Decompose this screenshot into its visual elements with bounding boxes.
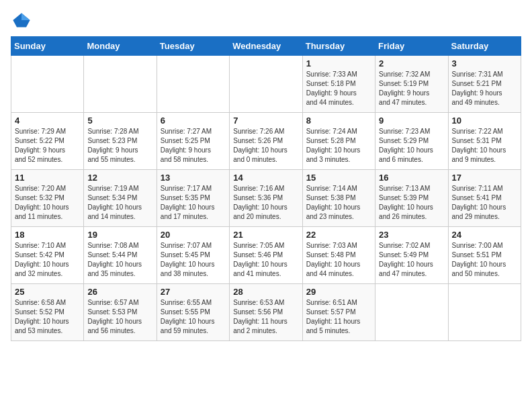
column-header-monday: Monday (84, 37, 157, 56)
day-number: 22 (306, 230, 371, 240)
calendar-week-row: 1Sunrise: 7:33 AM Sunset: 5:18 PM Daylig… (11, 56, 521, 113)
calendar-header-row: SundayMondayTuesdayWednesdayThursdayFrid… (11, 37, 521, 56)
column-header-sunday: Sunday (11, 37, 84, 56)
calendar-cell (11, 56, 84, 113)
day-number: 25 (15, 287, 80, 297)
day-detail: Sunrise: 7:13 AM Sunset: 5:39 PM Dayligh… (379, 184, 444, 222)
calendar-cell: 3Sunrise: 7:31 AM Sunset: 5:21 PM Daylig… (448, 56, 521, 113)
column-header-wednesday: Wednesday (230, 37, 302, 56)
column-header-friday: Friday (375, 37, 448, 56)
day-detail: Sunrise: 7:20 AM Sunset: 5:32 PM Dayligh… (15, 184, 80, 222)
calendar-cell: 17Sunrise: 7:11 AM Sunset: 5:41 PM Dayli… (448, 170, 521, 227)
calendar-week-row: 25Sunrise: 6:58 AM Sunset: 5:52 PM Dayli… (11, 284, 521, 341)
day-detail: Sunrise: 6:57 AM Sunset: 5:53 PM Dayligh… (87, 298, 152, 336)
calendar-cell: 8Sunrise: 7:24 AM Sunset: 5:28 PM Daylig… (302, 113, 375, 170)
day-detail: Sunrise: 6:51 AM Sunset: 5:57 PM Dayligh… (306, 298, 371, 336)
calendar-cell: 14Sunrise: 7:16 AM Sunset: 5:36 PM Dayli… (230, 170, 302, 227)
day-detail: Sunrise: 7:05 AM Sunset: 5:46 PM Dayligh… (233, 241, 298, 279)
calendar-cell: 18Sunrise: 7:10 AM Sunset: 5:42 PM Dayli… (11, 227, 84, 284)
day-detail: Sunrise: 7:02 AM Sunset: 5:49 PM Dayligh… (379, 241, 444, 279)
day-detail: Sunrise: 7:07 AM Sunset: 5:45 PM Dayligh… (161, 241, 226, 279)
day-number: 5 (87, 116, 152, 126)
calendar-cell (230, 56, 302, 113)
day-number: 18 (15, 230, 80, 240)
calendar-cell: 10Sunrise: 7:22 AM Sunset: 5:31 PM Dayli… (448, 113, 521, 170)
day-detail: Sunrise: 6:58 AM Sunset: 5:52 PM Dayligh… (15, 298, 80, 336)
day-number: 11 (15, 173, 80, 183)
calendar-cell: 7Sunrise: 7:26 AM Sunset: 5:26 PM Daylig… (230, 113, 302, 170)
logo (11, 11, 32, 30)
calendar-cell (448, 284, 521, 341)
day-detail: Sunrise: 7:16 AM Sunset: 5:36 PM Dayligh… (233, 184, 298, 222)
day-number: 26 (87, 287, 152, 297)
day-detail: Sunrise: 7:22 AM Sunset: 5:31 PM Dayligh… (452, 127, 517, 165)
day-number: 12 (87, 173, 152, 183)
calendar-cell (157, 56, 229, 113)
day-detail: Sunrise: 7:31 AM Sunset: 5:21 PM Dayligh… (452, 70, 517, 107)
calendar-cell: 11Sunrise: 7:20 AM Sunset: 5:32 PM Dayli… (11, 170, 84, 227)
day-number: 13 (161, 173, 226, 183)
calendar-cell: 4Sunrise: 7:29 AM Sunset: 5:22 PM Daylig… (11, 113, 84, 170)
calendar-cell: 19Sunrise: 7:08 AM Sunset: 5:44 PM Dayli… (84, 227, 157, 284)
calendar-cell: 13Sunrise: 7:17 AM Sunset: 5:35 PM Dayli… (157, 170, 229, 227)
calendar-cell: 16Sunrise: 7:13 AM Sunset: 5:39 PM Dayli… (375, 170, 448, 227)
calendar-cell: 6Sunrise: 7:27 AM Sunset: 5:25 PM Daylig… (157, 113, 229, 170)
day-detail: Sunrise: 7:03 AM Sunset: 5:48 PM Dayligh… (306, 241, 371, 279)
day-number: 23 (379, 230, 444, 240)
column-header-saturday: Saturday (448, 37, 521, 56)
calendar-cell: 28Sunrise: 6:53 AM Sunset: 5:56 PM Dayli… (230, 284, 302, 341)
day-number: 27 (161, 287, 226, 297)
calendar-cell: 15Sunrise: 7:14 AM Sunset: 5:38 PM Dayli… (302, 170, 375, 227)
calendar-table: SundayMondayTuesdayWednesdayThursdayFrid… (11, 36, 521, 341)
page-header (11, 11, 521, 30)
day-number: 1 (306, 58, 371, 68)
day-detail: Sunrise: 7:14 AM Sunset: 5:38 PM Dayligh… (306, 184, 371, 222)
calendar-cell: 1Sunrise: 7:33 AM Sunset: 5:18 PM Daylig… (302, 56, 375, 113)
calendar-cell: 27Sunrise: 6:55 AM Sunset: 5:55 PM Dayli… (157, 284, 229, 341)
calendar-cell: 12Sunrise: 7:19 AM Sunset: 5:34 PM Dayli… (84, 170, 157, 227)
day-detail: Sunrise: 7:29 AM Sunset: 5:22 PM Dayligh… (15, 127, 80, 165)
day-detail: Sunrise: 7:19 AM Sunset: 5:34 PM Dayligh… (87, 184, 152, 222)
calendar-cell: 21Sunrise: 7:05 AM Sunset: 5:46 PM Dayli… (230, 227, 302, 284)
day-number: 28 (233, 287, 298, 297)
day-number: 16 (379, 173, 444, 183)
day-detail: Sunrise: 7:10 AM Sunset: 5:42 PM Dayligh… (15, 241, 80, 279)
day-number: 3 (452, 58, 517, 68)
day-number: 7 (233, 116, 298, 126)
calendar-week-row: 18Sunrise: 7:10 AM Sunset: 5:42 PM Dayli… (11, 227, 521, 284)
calendar-cell: 20Sunrise: 7:07 AM Sunset: 5:45 PM Dayli… (157, 227, 229, 284)
day-detail: Sunrise: 7:17 AM Sunset: 5:35 PM Dayligh… (161, 184, 226, 222)
day-detail: Sunrise: 7:24 AM Sunset: 5:28 PM Dayligh… (306, 127, 371, 165)
day-detail: Sunrise: 7:00 AM Sunset: 5:51 PM Dayligh… (452, 241, 517, 279)
day-number: 9 (379, 116, 444, 126)
day-number: 15 (306, 173, 371, 183)
day-number: 14 (233, 173, 298, 183)
calendar-cell: 2Sunrise: 7:32 AM Sunset: 5:19 PM Daylig… (375, 56, 448, 113)
day-number: 17 (452, 173, 517, 183)
calendar-cell: 5Sunrise: 7:28 AM Sunset: 5:23 PM Daylig… (84, 113, 157, 170)
day-detail: Sunrise: 7:27 AM Sunset: 5:25 PM Dayligh… (161, 127, 226, 165)
day-detail: Sunrise: 7:28 AM Sunset: 5:23 PM Dayligh… (87, 127, 152, 165)
calendar-cell: 26Sunrise: 6:57 AM Sunset: 5:53 PM Dayli… (84, 284, 157, 341)
calendar-cell (375, 284, 448, 341)
column-header-tuesday: Tuesday (157, 37, 229, 56)
svg-marker-1 (21, 13, 30, 21)
calendar-cell: 25Sunrise: 6:58 AM Sunset: 5:52 PM Dayli… (11, 284, 84, 341)
calendar-cell (84, 56, 157, 113)
day-number: 21 (233, 230, 298, 240)
day-detail: Sunrise: 6:53 AM Sunset: 5:56 PM Dayligh… (233, 298, 298, 336)
day-detail: Sunrise: 7:23 AM Sunset: 5:29 PM Dayligh… (379, 127, 444, 165)
day-number: 4 (15, 116, 80, 126)
calendar-week-row: 11Sunrise: 7:20 AM Sunset: 5:32 PM Dayli… (11, 170, 521, 227)
day-detail: Sunrise: 6:55 AM Sunset: 5:55 PM Dayligh… (161, 298, 226, 336)
day-detail: Sunrise: 7:33 AM Sunset: 5:18 PM Dayligh… (306, 70, 371, 107)
calendar-cell: 29Sunrise: 6:51 AM Sunset: 5:57 PM Dayli… (302, 284, 375, 341)
day-detail: Sunrise: 7:11 AM Sunset: 5:41 PM Dayligh… (452, 184, 517, 222)
day-detail: Sunrise: 7:32 AM Sunset: 5:19 PM Dayligh… (379, 70, 444, 107)
calendar-cell: 22Sunrise: 7:03 AM Sunset: 5:48 PM Dayli… (302, 227, 375, 284)
day-detail: Sunrise: 7:26 AM Sunset: 5:26 PM Dayligh… (233, 127, 298, 165)
calendar-cell: 24Sunrise: 7:00 AM Sunset: 5:51 PM Dayli… (448, 227, 521, 284)
column-header-thursday: Thursday (302, 37, 375, 56)
day-number: 20 (161, 230, 226, 240)
calendar-cell: 23Sunrise: 7:02 AM Sunset: 5:49 PM Dayli… (375, 227, 448, 284)
